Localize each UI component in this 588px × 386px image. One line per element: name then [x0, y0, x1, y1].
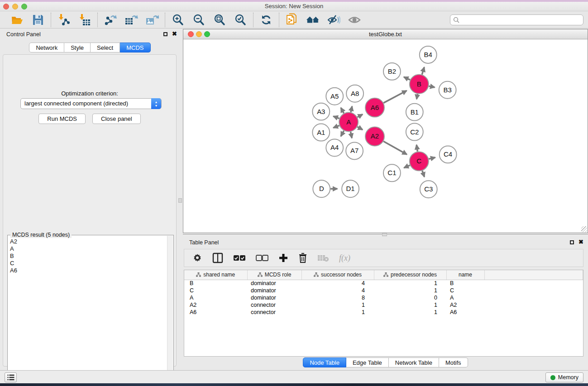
column-header-predecessor-nodes[interactable]: predecessor nodes — [374, 270, 446, 280]
table-row[interactable]: Adominator80A — [184, 294, 583, 301]
edge-A-A5[interactable] — [341, 108, 344, 113]
result-item[interactable]: B — [10, 253, 167, 260]
edge-A-A6[interactable] — [357, 114, 363, 117]
deselect-all-icon[interactable] — [256, 254, 268, 262]
table-row[interactable]: Cdominator41C — [184, 287, 583, 294]
minimize-window-button[interactable] — [12, 4, 18, 10]
node-A5[interactable]: A5 — [326, 88, 343, 105]
tab-select[interactable]: Select — [91, 43, 120, 52]
open-file-icon[interactable] — [10, 13, 24, 27]
node-A[interactable]: A — [339, 113, 358, 132]
table-row[interactable]: Bdominator41B — [184, 280, 583, 287]
node-B2[interactable]: B2 — [383, 63, 401, 80]
result-scrollbar[interactable] — [167, 236, 173, 386]
horizontal-split-divider[interactable] — [183, 233, 588, 237]
tab-motifs[interactable]: Motifs — [439, 357, 468, 367]
clone-network-icon[interactable] — [285, 13, 299, 27]
vertical-split-divider[interactable] — [178, 29, 183, 369]
result-item[interactable]: A6 — [10, 267, 167, 274]
search-input[interactable] — [459, 17, 580, 23]
export-network-icon[interactable] — [104, 13, 117, 27]
zoom-in-icon[interactable] — [171, 13, 185, 27]
edge-B-B2[interactable] — [404, 77, 410, 80]
close-panel-button[interactable]: Close panel — [92, 114, 141, 124]
float-panel-icon[interactable] — [570, 240, 574, 244]
add-column-icon[interactable] — [278, 253, 288, 263]
result-item[interactable]: A2 — [10, 238, 167, 245]
edge-B-B3[interactable] — [429, 86, 435, 87]
minimize-window-button[interactable] — [196, 31, 202, 37]
select-all-icon[interactable] — [233, 254, 246, 262]
float-panel-icon[interactable] — [163, 32, 167, 36]
task-history-button[interactable] — [5, 372, 17, 382]
node-B1[interactable]: B1 — [406, 104, 423, 121]
node-A3[interactable]: A3 — [312, 103, 330, 120]
edge-C-C2[interactable] — [416, 145, 417, 152]
node-A4[interactable]: A4 — [326, 139, 343, 156]
criterion-dropdown[interactable]: largest connected component (directed) ▲… — [20, 98, 162, 109]
node-A1[interactable]: A1 — [312, 124, 330, 141]
tab-network-table[interactable]: Network Table — [389, 357, 439, 367]
edge-C-C1[interactable] — [404, 165, 410, 168]
tab-node-table[interactable]: Node Table — [303, 357, 346, 367]
edge-A6-B[interactable] — [383, 91, 406, 103]
divider-handle[interactable] — [178, 198, 182, 203]
home-icon[interactable] — [306, 13, 320, 27]
node-A6[interactable]: A6 — [365, 98, 384, 117]
network-graph[interactable]: B4B2BB3A5A8A6A3AB1A1A2C2A4A7C4CC1DD1C3 — [184, 40, 587, 232]
node-C[interactable]: C — [410, 152, 429, 171]
divider-handle[interactable] — [382, 233, 387, 236]
refresh-icon[interactable] — [259, 13, 273, 27]
mcds-result-list[interactable]: A2ABCA6 — [8, 238, 167, 386]
import-network-icon[interactable] — [57, 13, 71, 27]
zoom-window-button[interactable] — [204, 31, 210, 37]
show-all-icon[interactable] — [348, 13, 361, 27]
result-item[interactable]: A — [10, 245, 167, 253]
search-field[interactable] — [450, 14, 583, 25]
close-window-button[interactable] — [188, 31, 194, 37]
save-session-icon[interactable] — [31, 13, 45, 27]
node-C1[interactable]: C1 — [383, 164, 401, 181]
node-C4[interactable]: C4 — [440, 146, 457, 163]
tab-mcds[interactable]: MCDS — [120, 43, 150, 52]
edge-C-C3[interactable] — [422, 171, 425, 177]
node-A2[interactable]: A2 — [365, 127, 384, 146]
node-B3[interactable]: B3 — [439, 81, 456, 99]
zoom-fit-icon[interactable] — [213, 13, 226, 27]
table-row[interactable]: A6connector11A6 — [184, 309, 583, 316]
memory-button[interactable]: Memory — [545, 372, 583, 382]
tab-network[interactable]: Network — [29, 43, 64, 52]
tab-style[interactable]: Style — [64, 43, 91, 52]
close-panel-icon[interactable]: ✖ — [578, 238, 583, 245]
zoom-out-icon[interactable] — [192, 13, 206, 27]
zoom-window-button[interactable] — [21, 4, 27, 10]
node-A7[interactable]: A7 — [346, 142, 363, 159]
column-header-mcds-role[interactable]: MCDS role — [247, 270, 301, 280]
node-C2[interactable]: C2 — [406, 124, 423, 141]
edge-A-A8[interactable] — [351, 106, 352, 112]
node-C3[interactable]: C3 — [420, 181, 437, 198]
resize-grip[interactable] — [581, 226, 587, 232]
delete-icon[interactable] — [298, 253, 307, 263]
network-window-titlebar[interactable]: testGlobe.txt — [183, 29, 588, 39]
edge-A-A2[interactable] — [357, 127, 363, 129]
import-table-icon[interactable] — [78, 13, 91, 27]
edge-A-A4[interactable] — [341, 131, 344, 136]
node-B[interactable]: B — [410, 75, 429, 94]
edge-B-B1[interactable] — [416, 94, 417, 99]
close-window-button[interactable] — [3, 4, 9, 10]
edge-A2-C[interactable] — [383, 141, 407, 154]
export-table-icon[interactable] — [124, 13, 138, 27]
run-mcds-button[interactable]: Run MCDS — [38, 114, 86, 124]
hide-selected-icon[interactable] — [327, 13, 340, 27]
close-panel-icon[interactable]: ✖ — [172, 30, 177, 37]
result-item[interactable]: C — [10, 260, 167, 267]
node-D[interactable]: D — [313, 180, 330, 197]
export-image-icon[interactable] — [145, 13, 159, 27]
edge-A-A7[interactable] — [351, 132, 352, 138]
node-D1[interactable]: D1 — [342, 180, 359, 197]
node-A8[interactable]: A8 — [346, 85, 363, 102]
column-header-name[interactable]: name — [446, 270, 484, 280]
column-panel-icon[interactable] — [212, 253, 223, 263]
gear-icon[interactable] — [192, 253, 202, 263]
